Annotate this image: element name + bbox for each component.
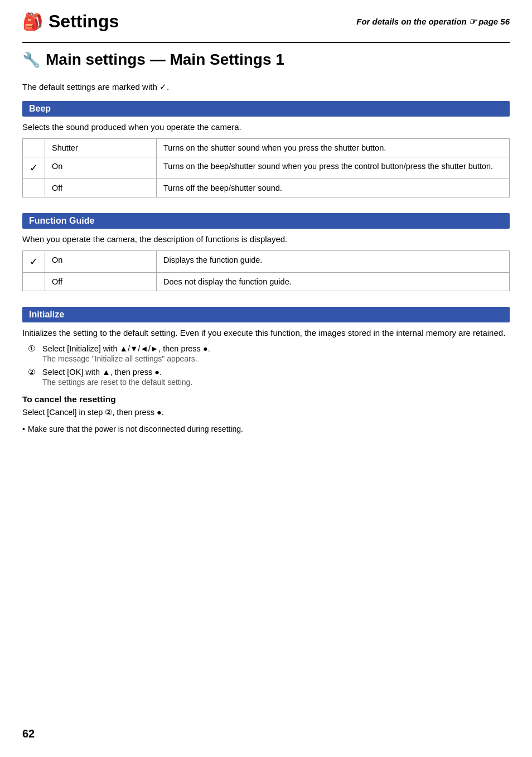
initialize-section-title: Initialize xyxy=(22,307,510,322)
beep-on-check: ✓ xyxy=(23,157,45,179)
fg-on-check: ✓ xyxy=(23,251,45,273)
page-number: 62 xyxy=(22,727,35,740)
beep-off-desc: Turns off the beep/shutter sound. xyxy=(157,179,510,197)
beep-description: Selects the sound produced when you oper… xyxy=(22,122,510,132)
checkmark-icon: ✓ xyxy=(30,256,38,267)
operation-ref-text: For details on the operation xyxy=(356,17,467,26)
table-row: Off Turns off the beep/shutter sound. xyxy=(23,179,510,197)
step-2-content: Select [OK] with ▲, then press ●. The se… xyxy=(42,368,510,387)
cancel-heading: To cancel the resetting xyxy=(22,394,510,404)
fg-on-desc: Displays the function guide. xyxy=(157,251,510,273)
step-2-text: Select [OK] with ▲, then press ●. xyxy=(42,368,162,377)
beep-table: Shutter Turns on the shutter sound when … xyxy=(22,138,510,197)
beep-shutter-desc: Turns on the shutter sound when you pres… xyxy=(157,139,510,157)
fg-off-check xyxy=(23,273,45,291)
step-1: ① Select [Initialize] with ▲/▼/◄/►, then… xyxy=(28,344,510,363)
initialize-description: Initializes the setting to the default s… xyxy=(22,328,510,337)
table-row: ✓ On Turns on the beep/shutter sound whe… xyxy=(23,157,510,179)
step-1-sub: The message "Initialize all settings" ap… xyxy=(42,353,510,363)
step-1-text: Select [Initialize] with ▲/▼/◄/►, then p… xyxy=(42,344,210,353)
main-heading-text: Main settings — Main Settings 1 xyxy=(46,51,284,69)
table-row: Off Does not display the function guide. xyxy=(23,273,510,291)
function-guide-table: ✓ On Displays the function guide. Off Do… xyxy=(22,250,510,291)
fg-on-option: On xyxy=(45,251,157,273)
main-heading: 🔧 Main settings — Main Settings 1 xyxy=(22,51,510,72)
checkmark-icon: ✓ xyxy=(30,162,38,173)
beep-section-title: Beep xyxy=(22,101,510,117)
step-2-sub: The settings are reset to the default se… xyxy=(42,377,510,387)
operation-reference: For details on the operation ☞ page 56 xyxy=(356,17,510,27)
beep-on-option: On xyxy=(45,157,157,179)
table-row: ✓ On Displays the function guide. xyxy=(23,251,510,273)
table-row: Shutter Turns on the shutter sound when … xyxy=(23,139,510,157)
page-header: 🎒 Settings For details on the operation … xyxy=(22,11,510,36)
beep-on-desc: Turns on the beep/shutter sound when you… xyxy=(157,157,510,179)
fg-off-desc: Does not display the function guide. xyxy=(157,273,510,291)
cancel-text: Select [Cancel] in step ②, then press ●. xyxy=(22,408,510,417)
beep-shutter-check xyxy=(23,139,45,157)
settings-title: 🎒 Settings xyxy=(22,11,119,32)
fg-off-option: Off xyxy=(45,273,157,291)
settings-suitcase-icon: 🎒 xyxy=(22,12,43,31)
wrench-icon: 🔧 xyxy=(22,51,40,69)
beep-section: Beep Selects the sound produced when you… xyxy=(22,101,510,197)
page-ref-text: page 56 xyxy=(478,17,510,26)
step-2-num: ② xyxy=(28,368,39,377)
beep-off-option: Off xyxy=(45,179,157,197)
default-note: The default settings are marked with ✓. xyxy=(22,82,510,92)
step-1-content: Select [Initialize] with ▲/▼/◄/►, then p… xyxy=(42,344,510,363)
function-guide-section-title: Function Guide xyxy=(22,213,510,229)
initialize-note: Make sure that the power is not disconne… xyxy=(22,425,510,433)
step-1-num: ① xyxy=(28,344,39,353)
initialize-section: Initialize Initializes the setting to th… xyxy=(22,307,510,433)
function-guide-section: Function Guide When you operate the came… xyxy=(22,213,510,291)
step-2: ② Select [OK] with ▲, then press ●. The … xyxy=(28,368,510,387)
initialize-steps: ① Select [Initialize] with ▲/▼/◄/►, then… xyxy=(22,344,510,387)
beep-off-check xyxy=(23,179,45,197)
header-divider xyxy=(22,42,510,43)
function-guide-description: When you operate the camera, the descrip… xyxy=(22,234,510,244)
beep-shutter-option: Shutter xyxy=(45,139,157,157)
settings-title-text: Settings xyxy=(49,11,119,32)
page-symbol: ☞ xyxy=(469,17,478,26)
